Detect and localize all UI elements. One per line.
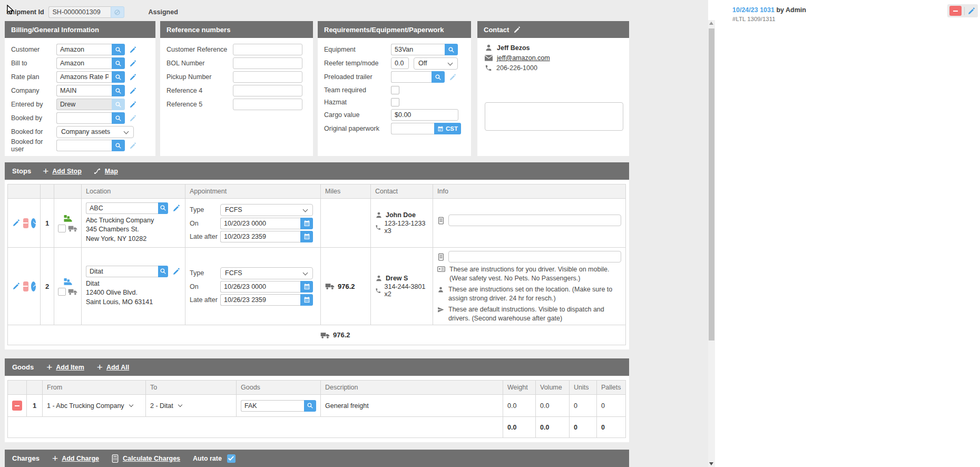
bookedby-search-button[interactable]	[112, 112, 125, 124]
calculate-charges-button[interactable]: Calculate Charges	[112, 454, 180, 463]
billing-panel-title: Billing/General Information	[5, 21, 155, 38]
calendar-button[interactable]	[300, 294, 313, 306]
stop-move-up-button[interactable]	[31, 281, 36, 291]
billto-search-button[interactable]	[112, 57, 125, 69]
goods-row: 1 1 - Abc Trucking Company 2 - Ditat Gen…	[8, 395, 626, 417]
goods-code-input[interactable]	[241, 400, 304, 412]
ref5-input[interactable]	[233, 99, 302, 110]
preloaded-input[interactable]	[391, 71, 432, 83]
bol-input[interactable]	[233, 57, 302, 69]
enteredby-edit-icon[interactable]	[129, 101, 137, 109]
scrollbar-thumb[interactable]	[709, 28, 714, 340]
stop-note-input[interactable]	[448, 215, 621, 226]
shipment-id-input[interactable]	[48, 6, 111, 18]
equipment-search-button[interactable]	[445, 44, 458, 55]
scroll-up-arrow-icon[interactable]	[709, 22, 713, 25]
billto-edit-icon[interactable]	[129, 60, 137, 67]
reefer-mode-select[interactable]: Off	[414, 57, 458, 70]
custref-input[interactable]	[233, 44, 302, 55]
content-scrollbar[interactable]	[708, 20, 715, 467]
notes-icon	[437, 253, 445, 261]
map-button[interactable]: Map	[93, 168, 118, 175]
col-to: To	[146, 381, 237, 395]
team-required-checkbox[interactable]	[391, 86, 399, 94]
stop-remove-button[interactable]	[23, 281, 28, 291]
note-edit-icon[interactable]	[967, 7, 976, 15]
hazmat-checkbox[interactable]	[391, 98, 399, 106]
stop-location-search-button[interactable]	[158, 266, 168, 277]
calendar-button[interactable]	[300, 231, 313, 242]
stop-contact-name: Drew S	[386, 275, 408, 282]
note-remove-button[interactable]	[949, 6, 962, 16]
company-search-button[interactable]	[112, 85, 125, 96]
add-item-button[interactable]: +Add Item	[46, 362, 84, 372]
contact-comment-box[interactable]	[485, 102, 623, 131]
appointment-type-select[interactable]: FCFS	[220, 267, 313, 279]
add-all-button[interactable]: +Add All	[97, 362, 129, 372]
stop-edit-icon[interactable]	[12, 282, 21, 290]
appointment-on-input[interactable]	[220, 218, 300, 229]
cargo-value-input[interactable]	[391, 109, 458, 121]
goods-search-button[interactable]	[304, 400, 316, 412]
stop-location-search-button[interactable]	[158, 202, 168, 214]
notes-icon	[437, 217, 445, 225]
bookedforuser-search-button[interactable]	[112, 140, 125, 151]
reefer-temp-input[interactable]	[391, 57, 409, 69]
ref4-input[interactable]	[233, 85, 302, 96]
stop-location-input[interactable]	[86, 266, 158, 277]
rateplan-search-button[interactable]	[112, 71, 125, 83]
stop-location-edit-icon[interactable]	[172, 267, 181, 276]
customer-input[interactable]	[56, 44, 112, 55]
bookedforuser-label: Booked for user	[11, 138, 56, 153]
note-date-link[interactable]: 10/24/23 1031	[732, 6, 775, 14]
goods-remove-button[interactable]	[12, 401, 22, 411]
preloaded-label: Preloaded trailer	[324, 73, 391, 81]
rateplan-input[interactable]	[56, 71, 112, 83]
billto-input[interactable]	[56, 57, 112, 69]
bookedforuser-input[interactable]	[56, 140, 112, 151]
calendar-button[interactable]	[300, 281, 313, 293]
add-charge-button[interactable]: +Add Charge	[52, 453, 99, 463]
stop-edit-icon[interactable]	[12, 219, 21, 227]
regenerate-id-button[interactable]	[111, 6, 124, 18]
company-input[interactable]	[56, 85, 112, 96]
goods-from-select[interactable]: 1 - Abc Trucking Company	[47, 402, 141, 410]
paperwork-date-button[interactable]: CST	[434, 123, 461, 134]
bookedby-input[interactable]	[56, 112, 112, 124]
goods-to-select[interactable]: 2 - Ditat	[150, 402, 232, 410]
calendar-button[interactable]	[300, 218, 313, 229]
contact-email-link[interactable]: jeff@amazon.com	[497, 54, 550, 62]
status-badge: Assigned	[149, 8, 178, 16]
preloaded-search-button[interactable]	[432, 71, 445, 83]
pickup-label: Pickup Number	[166, 73, 233, 81]
stop-move-down-button[interactable]	[31, 218, 36, 228]
add-stop-button[interactable]: +Add Stop	[43, 166, 82, 176]
equipment-input[interactable]	[391, 44, 445, 55]
rateplan-edit-icon[interactable]	[129, 73, 137, 81]
calendar-icon	[303, 233, 310, 240]
stop-checkbox[interactable]	[58, 225, 66, 232]
company-edit-icon[interactable]	[129, 87, 137, 95]
contact-edit-icon[interactable]	[513, 26, 521, 34]
stop-location-edit-icon[interactable]	[172, 204, 181, 212]
appointment-on-input[interactable]	[220, 281, 300, 293]
scroll-down-arrow-icon[interactable]	[709, 462, 713, 465]
stop-checkbox[interactable]	[58, 288, 66, 296]
paperwork-input[interactable]	[391, 123, 434, 134]
pickup-input[interactable]	[233, 71, 302, 83]
appointment-late-input[interactable]	[220, 294, 300, 306]
auto-rate-checkbox[interactable]	[227, 454, 236, 463]
stop-remove-button[interactable]	[23, 218, 28, 228]
col-location: Location	[82, 184, 185, 199]
truck-icon	[68, 225, 77, 232]
customer-edit-icon[interactable]	[129, 46, 137, 54]
stop-sequence: 2	[41, 248, 54, 325]
customer-search-button[interactable]	[112, 44, 125, 55]
appointment-late-input[interactable]	[220, 231, 300, 242]
appointment-type-select[interactable]: FCFS	[220, 204, 313, 216]
stop-location-input[interactable]	[86, 202, 158, 214]
stop-note-input[interactable]	[448, 251, 621, 262]
stop-miles: 976.2	[338, 283, 355, 290]
bookedfor-select[interactable]: Company assets	[56, 126, 134, 138]
driver-instructions: These are instructions for you driver. V…	[437, 265, 621, 283]
